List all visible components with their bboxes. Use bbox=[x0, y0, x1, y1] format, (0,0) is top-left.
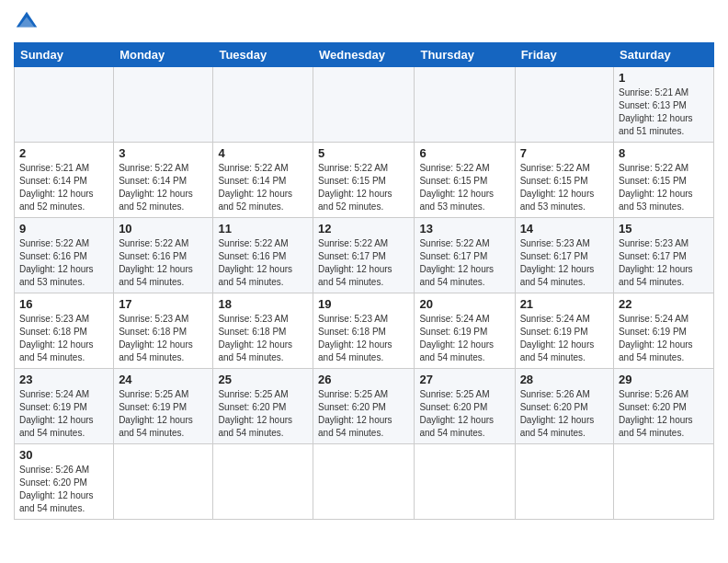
calendar-cell bbox=[213, 67, 313, 143]
calendar-cell bbox=[515, 67, 613, 143]
calendar-cell: 29Sunrise: 5:26 AMSunset: 6:20 PMDayligh… bbox=[614, 369, 714, 444]
day-info: Sunrise: 5:23 AMSunset: 6:18 PMDaylight:… bbox=[119, 313, 208, 364]
day-info: Sunrise: 5:25 AMSunset: 6:19 PMDaylight:… bbox=[119, 388, 208, 440]
calendar-cell: 3Sunrise: 5:22 AMSunset: 6:14 PMDaylight… bbox=[114, 143, 213, 218]
day-info: Sunrise: 5:25 AMSunset: 6:20 PMDaylight:… bbox=[218, 388, 308, 440]
calendar-cell bbox=[114, 444, 213, 520]
day-number: 19 bbox=[318, 297, 409, 311]
calendar-cell: 9Sunrise: 5:22 AMSunset: 6:16 PMDaylight… bbox=[15, 218, 114, 293]
calendar-cell: 15Sunrise: 5:23 AMSunset: 6:17 PMDayligh… bbox=[614, 218, 714, 293]
day-info: Sunrise: 5:22 AMSunset: 6:14 PMDaylight:… bbox=[218, 162, 308, 213]
day-number: 4 bbox=[218, 146, 308, 160]
day-info: Sunrise: 5:23 AMSunset: 6:17 PMDaylight:… bbox=[619, 237, 709, 289]
calendar-week-5: 23Sunrise: 5:24 AMSunset: 6:19 PMDayligh… bbox=[15, 369, 714, 444]
calendar-cell bbox=[313, 67, 415, 143]
calendar-cell: 11Sunrise: 5:22 AMSunset: 6:16 PMDayligh… bbox=[213, 218, 313, 293]
day-number: 18 bbox=[218, 297, 308, 311]
day-info: Sunrise: 5:22 AMSunset: 6:15 PMDaylight:… bbox=[619, 162, 709, 213]
day-number: 14 bbox=[520, 222, 609, 236]
calendar-cell: 14Sunrise: 5:23 AMSunset: 6:17 PMDayligh… bbox=[515, 218, 613, 293]
day-number: 28 bbox=[520, 373, 609, 386]
calendar-cell: 17Sunrise: 5:23 AMSunset: 6:18 PMDayligh… bbox=[114, 293, 213, 369]
calendar-cell: 24Sunrise: 5:25 AMSunset: 6:19 PMDayligh… bbox=[114, 369, 213, 444]
day-number: 30 bbox=[19, 448, 108, 462]
day-info: Sunrise: 5:22 AMSunset: 6:15 PMDaylight:… bbox=[520, 162, 609, 213]
calendar-week-1: 1Sunrise: 5:21 AMSunset: 6:13 PMDaylight… bbox=[15, 67, 714, 143]
calendar-cell: 20Sunrise: 5:24 AMSunset: 6:19 PMDayligh… bbox=[415, 293, 515, 369]
calendar-cell bbox=[515, 444, 613, 520]
day-number: 25 bbox=[218, 373, 308, 386]
day-info: Sunrise: 5:25 AMSunset: 6:20 PMDaylight:… bbox=[318, 388, 409, 440]
calendar-week-4: 16Sunrise: 5:23 AMSunset: 6:18 PMDayligh… bbox=[15, 293, 714, 369]
calendar-cell: 18Sunrise: 5:23 AMSunset: 6:18 PMDayligh… bbox=[213, 293, 313, 369]
day-number: 5 bbox=[318, 146, 409, 160]
day-info: Sunrise: 5:24 AMSunset: 6:19 PMDaylight:… bbox=[19, 388, 108, 440]
day-number: 20 bbox=[419, 297, 509, 311]
calendar-week-6: 30Sunrise: 5:26 AMSunset: 6:20 PMDayligh… bbox=[15, 444, 714, 520]
weekday-header-tuesday: Tuesday bbox=[213, 43, 313, 67]
day-info: Sunrise: 5:23 AMSunset: 6:18 PMDaylight:… bbox=[19, 313, 108, 364]
calendar-cell bbox=[213, 444, 313, 520]
calendar-cell: 12Sunrise: 5:22 AMSunset: 6:17 PMDayligh… bbox=[313, 218, 415, 293]
day-info: Sunrise: 5:22 AMSunset: 6:16 PMDaylight:… bbox=[19, 237, 108, 289]
day-number: 27 bbox=[419, 373, 509, 386]
calendar-cell: 2Sunrise: 5:21 AMSunset: 6:14 PMDaylight… bbox=[15, 143, 114, 218]
day-number: 15 bbox=[619, 222, 709, 236]
day-number: 8 bbox=[619, 146, 709, 160]
day-info: Sunrise: 5:22 AMSunset: 6:14 PMDaylight:… bbox=[119, 162, 208, 213]
page: SundayMondayTuesdayWednesdayThursdayFrid… bbox=[0, 0, 728, 563]
day-number: 2 bbox=[19, 146, 108, 160]
logo bbox=[14, 9, 43, 35]
day-number: 26 bbox=[318, 373, 409, 386]
weekday-header-friday: Friday bbox=[515, 43, 613, 67]
day-info: Sunrise: 5:26 AMSunset: 6:20 PMDaylight:… bbox=[19, 464, 108, 515]
calendar-cell: 8Sunrise: 5:22 AMSunset: 6:15 PMDaylight… bbox=[614, 143, 714, 218]
calendar-cell: 7Sunrise: 5:22 AMSunset: 6:15 PMDaylight… bbox=[515, 143, 613, 218]
calendar-cell: 25Sunrise: 5:25 AMSunset: 6:20 PMDayligh… bbox=[213, 369, 313, 444]
day-number: 22 bbox=[619, 297, 709, 311]
day-info: Sunrise: 5:24 AMSunset: 6:19 PMDaylight:… bbox=[520, 313, 609, 364]
weekday-header-saturday: Saturday bbox=[614, 43, 714, 67]
day-info: Sunrise: 5:22 AMSunset: 6:17 PMDaylight:… bbox=[318, 237, 409, 289]
day-info: Sunrise: 5:26 AMSunset: 6:20 PMDaylight:… bbox=[619, 388, 709, 440]
calendar-cell bbox=[614, 444, 714, 520]
calendar-cell: 26Sunrise: 5:25 AMSunset: 6:20 PMDayligh… bbox=[313, 369, 415, 444]
calendar-cell: 10Sunrise: 5:22 AMSunset: 6:16 PMDayligh… bbox=[114, 218, 213, 293]
calendar-cell: 21Sunrise: 5:24 AMSunset: 6:19 PMDayligh… bbox=[515, 293, 613, 369]
day-number: 23 bbox=[19, 373, 108, 386]
day-info: Sunrise: 5:21 AMSunset: 6:13 PMDaylight:… bbox=[619, 86, 709, 138]
calendar-cell: 27Sunrise: 5:25 AMSunset: 6:20 PMDayligh… bbox=[415, 369, 515, 444]
day-number: 24 bbox=[119, 373, 208, 386]
calendar-cell: 1Sunrise: 5:21 AMSunset: 6:13 PMDaylight… bbox=[614, 67, 714, 143]
day-number: 21 bbox=[520, 297, 609, 311]
day-number: 12 bbox=[318, 222, 409, 236]
day-info: Sunrise: 5:23 AMSunset: 6:18 PMDaylight:… bbox=[218, 313, 308, 364]
day-number: 1 bbox=[619, 71, 709, 85]
day-number: 17 bbox=[119, 297, 208, 311]
day-number: 9 bbox=[19, 222, 108, 236]
calendar-cell: 28Sunrise: 5:26 AMSunset: 6:20 PMDayligh… bbox=[515, 369, 613, 444]
day-info: Sunrise: 5:22 AMSunset: 6:15 PMDaylight:… bbox=[318, 162, 409, 213]
calendar-cell bbox=[415, 67, 515, 143]
day-info: Sunrise: 5:22 AMSunset: 6:17 PMDaylight:… bbox=[419, 237, 509, 289]
day-number: 29 bbox=[619, 373, 709, 386]
weekday-header-row: SundayMondayTuesdayWednesdayThursdayFrid… bbox=[15, 43, 714, 67]
calendar-cell bbox=[313, 444, 415, 520]
calendar-week-2: 2Sunrise: 5:21 AMSunset: 6:14 PMDaylight… bbox=[15, 143, 714, 218]
day-number: 3 bbox=[119, 146, 208, 160]
day-info: Sunrise: 5:23 AMSunset: 6:17 PMDaylight:… bbox=[520, 237, 609, 289]
day-info: Sunrise: 5:21 AMSunset: 6:14 PMDaylight:… bbox=[19, 162, 108, 213]
calendar-cell: 4Sunrise: 5:22 AMSunset: 6:14 PMDaylight… bbox=[213, 143, 313, 218]
calendar-cell: 16Sunrise: 5:23 AMSunset: 6:18 PMDayligh… bbox=[15, 293, 114, 369]
calendar-cell: 19Sunrise: 5:23 AMSunset: 6:18 PMDayligh… bbox=[313, 293, 415, 369]
day-number: 7 bbox=[520, 146, 609, 160]
calendar-cell bbox=[415, 444, 515, 520]
day-info: Sunrise: 5:24 AMSunset: 6:19 PMDaylight:… bbox=[619, 313, 709, 364]
weekday-header-monday: Monday bbox=[114, 43, 213, 67]
calendar-cell: 22Sunrise: 5:24 AMSunset: 6:19 PMDayligh… bbox=[614, 293, 714, 369]
day-number: 13 bbox=[419, 222, 509, 236]
calendar-week-3: 9Sunrise: 5:22 AMSunset: 6:16 PMDaylight… bbox=[15, 218, 714, 293]
calendar-table: SundayMondayTuesdayWednesdayThursdayFrid… bbox=[14, 42, 714, 520]
day-number: 6 bbox=[419, 146, 509, 160]
weekday-header-sunday: Sunday bbox=[15, 43, 114, 67]
